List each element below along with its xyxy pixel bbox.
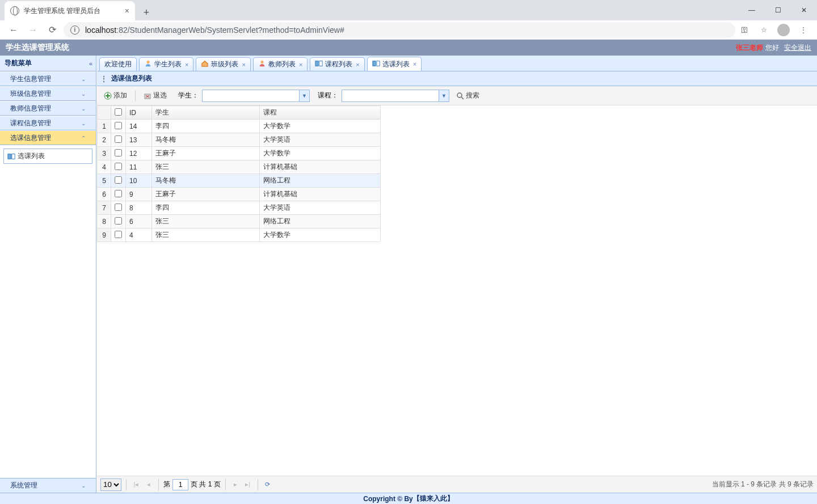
content-tab[interactable]: 班级列表×: [196, 57, 250, 71]
table-row[interactable]: 4 11 张三 计算机基础: [98, 160, 381, 174]
sidebar-item-system[interactable]: 系统管理 ⌄: [0, 478, 96, 493]
content-tab[interactable]: 欢迎使用: [99, 57, 137, 71]
new-tab-button[interactable]: +: [138, 5, 154, 20]
checkbox-cell[interactable]: [111, 188, 126, 201]
close-icon[interactable]: ×: [125, 6, 129, 15]
star-icon[interactable]: ☆: [758, 24, 769, 36]
sidebar-item[interactable]: 课程信息管理⌄: [0, 116, 96, 130]
content-tab[interactable]: 学生列表×: [139, 57, 193, 71]
close-icon[interactable]: ×: [185, 61, 188, 68]
table-row[interactable]: 6 9 王麻子 计算机基础: [98, 188, 381, 201]
rownum-cell: 3: [98, 147, 111, 160]
page-size-select[interactable]: 10: [100, 478, 121, 491]
first-page-button[interactable]: |◂: [131, 480, 141, 490]
row-checkbox[interactable]: [115, 204, 122, 211]
window-controls: — ☐ ✕: [739, 0, 817, 20]
sidebar-item[interactable]: 学生信息管理⌄: [0, 71, 96, 86]
row-checkbox[interactable]: [115, 163, 122, 170]
row-checkbox[interactable]: [115, 122, 122, 129]
page-input[interactable]: [172, 479, 188, 490]
close-icon[interactable]: ×: [413, 61, 416, 67]
cell-id: 11: [126, 160, 152, 174]
course-combo-input[interactable]: [342, 90, 439, 101]
grip-icon: ⋮: [100, 75, 108, 83]
cell-course: 大学数学: [260, 120, 381, 133]
col-student[interactable]: 学生: [152, 106, 260, 120]
close-icon[interactable]: ×: [299, 61, 302, 68]
browser-tab-active[interactable]: 学生管理系统 管理员后台 ×: [5, 1, 135, 20]
minimize-button[interactable]: —: [739, 0, 765, 20]
sidebar-item[interactable]: 教师信息管理⌄: [0, 101, 96, 116]
prev-page-button[interactable]: ◂: [144, 480, 154, 490]
row-checkbox[interactable]: [115, 231, 122, 238]
current-user: 张三老师: [736, 44, 763, 52]
row-checkbox[interactable]: [115, 190, 122, 197]
search-button[interactable]: 搜索: [456, 91, 479, 100]
cell-id: 10: [126, 174, 152, 188]
back-button[interactable]: ←: [6, 22, 22, 38]
table-row[interactable]: 1 14 李四 大学数学: [98, 120, 381, 133]
col-id[interactable]: ID: [126, 106, 152, 120]
cell-student: 马冬梅: [152, 133, 260, 147]
table-row[interactable]: 8 6 张三 网络工程: [98, 215, 381, 228]
collapse-sidebar-icon[interactable]: «: [89, 60, 91, 67]
refresh-button[interactable]: ⟳: [263, 480, 273, 490]
row-checkbox[interactable]: [115, 176, 122, 184]
close-icon[interactable]: ×: [356, 61, 359, 68]
forward-button[interactable]: →: [25, 22, 41, 38]
table-row[interactable]: 5 10 马冬梅 网络工程: [98, 174, 381, 188]
reload-button[interactable]: ⟳: [44, 22, 60, 38]
col-course[interactable]: 课程: [260, 106, 381, 120]
student-combo[interactable]: ▼: [202, 90, 310, 102]
checkbox-cell[interactable]: [111, 201, 126, 215]
next-page-button[interactable]: ▸: [230, 480, 241, 490]
checkbox-cell[interactable]: [111, 228, 126, 242]
checkbox-cell[interactable]: [111, 174, 126, 188]
site-info-icon[interactable]: i: [70, 26, 79, 35]
maximize-button[interactable]: ☐: [765, 0, 791, 20]
last-page-button[interactable]: ▸|: [243, 480, 253, 490]
table-row[interactable]: 2 13 马冬梅 大学英语: [98, 133, 381, 147]
chevron-down-icon[interactable]: ▼: [299, 90, 309, 101]
chevron-down-icon: ⌄: [81, 482, 86, 489]
chevron-down-icon[interactable]: ▼: [439, 90, 449, 101]
checkbox-cell[interactable]: [111, 133, 126, 147]
checkbox-cell[interactable]: [111, 160, 126, 174]
table-row[interactable]: 9 4 张三 大学数学: [98, 228, 381, 242]
student-combo-input[interactable]: [203, 90, 299, 101]
profile-avatar[interactable]: [777, 24, 790, 36]
sidebar-item[interactable]: 选课信息管理⌃: [0, 130, 96, 145]
rownum-cell: 9: [98, 228, 111, 242]
course-combo[interactable]: ▼: [342, 90, 449, 102]
checkbox-header[interactable]: [111, 106, 126, 120]
remove-button[interactable]: 退选: [140, 89, 170, 102]
checkbox-cell[interactable]: [111, 120, 126, 133]
content-tab[interactable]: 教师列表×: [253, 57, 308, 71]
footer-link[interactable]: 【猿来入此】: [413, 494, 454, 503]
table-row[interactable]: 3 12 王麻子 大学数学: [98, 147, 381, 160]
browser-tab-title: 学生管理系统 管理员后台: [24, 6, 120, 16]
key-icon[interactable]: ⚿: [739, 24, 750, 36]
menu-icon[interactable]: ⋮: [798, 24, 809, 36]
checkbox-cell[interactable]: [111, 147, 126, 160]
logout-link[interactable]: 安全退出: [784, 44, 811, 52]
sidebar-title: 导航菜单 «: [0, 56, 96, 71]
row-checkbox[interactable]: [115, 149, 122, 156]
cell-course: 网络工程: [260, 215, 381, 228]
close-icon[interactable]: ×: [242, 61, 245, 68]
url-input[interactable]: i localhost:82/StudentManagerWeb/SystemS…: [64, 22, 735, 38]
row-checkbox[interactable]: [115, 135, 122, 143]
sidebar-item[interactable]: 班级信息管理⌄: [0, 86, 96, 101]
rownum-cell: 7: [98, 201, 111, 215]
content-tab[interactable]: 课程列表×: [310, 57, 364, 71]
row-checkbox[interactable]: [115, 217, 122, 225]
globe-icon: [10, 6, 19, 15]
cell-student: 王麻子: [152, 147, 260, 160]
checkbox-cell[interactable]: [111, 215, 126, 228]
table-row[interactable]: 7 8 李四 大学英语: [98, 201, 381, 215]
sidebar-sublink-selection-list[interactable]: 选课列表: [3, 149, 92, 164]
content-tab[interactable]: 选课列表×: [367, 57, 422, 71]
add-button[interactable]: 添加: [100, 89, 130, 102]
close-window-button[interactable]: ✕: [791, 0, 817, 20]
select-all-checkbox[interactable]: [115, 108, 122, 116]
